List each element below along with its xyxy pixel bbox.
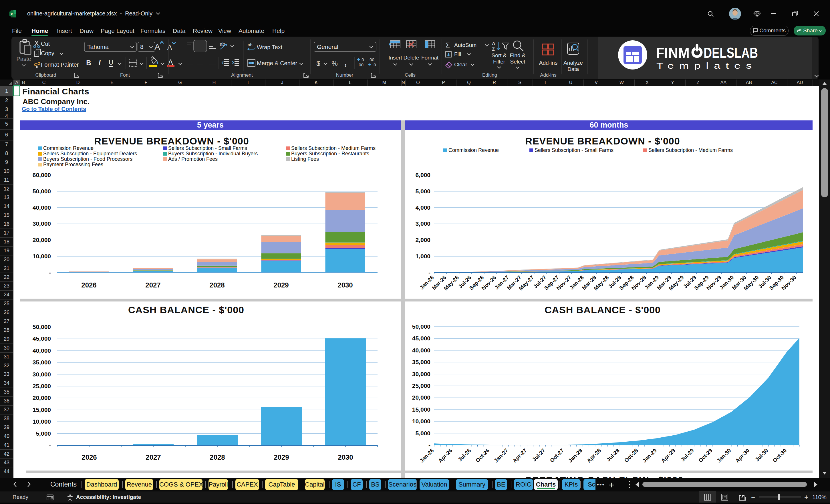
svg-text:60,000: 60,000 bbox=[33, 171, 51, 178]
svg-text:Payment Processing Fees: Payment Processing Fees bbox=[43, 162, 103, 167]
svg-text:2029: 2029 bbox=[274, 453, 289, 461]
svg-text:30,000: 30,000 bbox=[33, 371, 51, 378]
svg-text:Jan-28: Jan-28 bbox=[567, 447, 583, 464]
svg-text:AutoSum: AutoSum bbox=[454, 42, 477, 48]
svg-text:Oct-26: Oct-26 bbox=[475, 447, 491, 464]
svg-text:Clear: Clear bbox=[454, 62, 467, 67]
svg-text:General: General bbox=[317, 43, 338, 50]
svg-text:45,000: 45,000 bbox=[412, 335, 430, 342]
svg-text:45,000: 45,000 bbox=[33, 335, 51, 342]
svg-text:Editing: Editing bbox=[482, 72, 497, 78]
svg-text:Z: Z bbox=[492, 47, 495, 52]
svg-text:10,000: 10,000 bbox=[33, 418, 51, 425]
svg-text:20,000: 20,000 bbox=[33, 395, 51, 401]
svg-text:35,000: 35,000 bbox=[33, 359, 51, 366]
svg-text:Jul-28: Jul-28 bbox=[605, 447, 620, 463]
svg-text:Jul-27: Jul-27 bbox=[531, 447, 547, 463]
svg-text:Buyers Subscription - Food Pro: Buyers Subscription - Food Processors bbox=[43, 156, 132, 162]
svg-text:Apr-28: Apr-28 bbox=[586, 447, 602, 464]
svg-text:8: 8 bbox=[140, 43, 143, 50]
svg-text:Listing Fees: Listing Fees bbox=[291, 156, 319, 162]
svg-text:x: x bbox=[10, 12, 13, 16]
svg-text:Delete: Delete bbox=[404, 55, 419, 61]
svg-text:Filter: Filter bbox=[493, 59, 505, 65]
svg-text:Jul-30: Jul-30 bbox=[754, 447, 769, 463]
svg-text:Jul-26: Jul-26 bbox=[457, 447, 472, 463]
svg-text:.0: .0 bbox=[360, 57, 364, 62]
svg-text:2030: 2030 bbox=[338, 453, 353, 461]
svg-text:Analyze: Analyze bbox=[564, 60, 583, 66]
svg-text:Oct-29: Oct-29 bbox=[697, 447, 713, 464]
svg-text:50,000: 50,000 bbox=[412, 323, 430, 330]
svg-text:2026: 2026 bbox=[82, 453, 97, 461]
svg-text:4,000: 4,000 bbox=[415, 204, 430, 211]
svg-text:CASH BALANCE - $'000: CASH BALANCE - $'000 bbox=[545, 304, 661, 315]
svg-text:30,000: 30,000 bbox=[412, 371, 430, 377]
svg-text:40,000: 40,000 bbox=[412, 347, 430, 353]
svg-text:.00: .00 bbox=[357, 62, 363, 67]
svg-text:Commission Revenue: Commission Revenue bbox=[448, 147, 499, 153]
svg-text:40,000: 40,000 bbox=[33, 347, 51, 354]
svg-text:Jul-29: Jul-29 bbox=[679, 447, 695, 463]
svg-text:%: % bbox=[331, 60, 338, 67]
svg-text:Cells: Cells bbox=[405, 72, 416, 78]
svg-text:Select: Select bbox=[510, 59, 526, 65]
svg-text:20,000: 20,000 bbox=[412, 394, 430, 401]
svg-text:Sellers Subscription - Small F: Sellers Subscription - Small Farms bbox=[535, 147, 613, 153]
svg-text:Jan-30: Jan-30 bbox=[715, 447, 732, 464]
svg-text:Font: Font bbox=[120, 72, 130, 78]
svg-text:,: , bbox=[344, 56, 347, 67]
svg-text:2027: 2027 bbox=[146, 453, 161, 461]
svg-text:Oct-30: Oct-30 bbox=[772, 447, 788, 464]
svg-text:Σ: Σ bbox=[446, 41, 450, 49]
svg-text:5,000: 5,000 bbox=[415, 188, 430, 194]
svg-text:Ads / Promotion Fees: Ads / Promotion Fees bbox=[168, 156, 218, 162]
svg-text:A: A bbox=[492, 41, 496, 46]
svg-text:Sellers Subscription - Equipme: Sellers Subscription - Equipment Dealers bbox=[43, 151, 137, 156]
svg-text:Jan-26: Jan-26 bbox=[418, 447, 435, 464]
svg-text:Buyers Subscription - Restaura: Buyers Subscription - Restaurants bbox=[291, 151, 369, 156]
svg-text:5,000: 5,000 bbox=[36, 430, 51, 437]
svg-text:Buyers Subscription - Individu: Buyers Subscription - Individual Buyers bbox=[168, 151, 258, 156]
svg-text:50,000: 50,000 bbox=[33, 188, 51, 194]
svg-text:25,000: 25,000 bbox=[412, 382, 430, 389]
svg-text:30,000: 30,000 bbox=[33, 220, 51, 227]
svg-text:Add-ins: Add-ins bbox=[540, 72, 556, 78]
svg-text:U: U bbox=[109, 59, 113, 66]
svg-text:Wrap Text: Wrap Text bbox=[257, 44, 283, 50]
svg-text:Oct-27: Oct-27 bbox=[549, 447, 565, 464]
svg-text:15,000: 15,000 bbox=[412, 406, 430, 413]
svg-text:CASH BALANCE - $'000: CASH BALANCE - $'000 bbox=[128, 304, 244, 315]
svg-text:.0: .0 bbox=[372, 62, 376, 67]
svg-text:Jan-27: Jan-27 bbox=[493, 447, 509, 464]
svg-text:A: A bbox=[154, 42, 160, 52]
svg-text:A: A bbox=[167, 43, 172, 51]
svg-text:-: - bbox=[49, 269, 51, 276]
svg-text:6,000: 6,000 bbox=[415, 171, 430, 178]
svg-text:Apr-30: Apr-30 bbox=[734, 447, 751, 464]
svg-text:Number: Number bbox=[336, 72, 353, 78]
svg-text:Sellers Subscription - Small F: Sellers Subscription - Small Farms bbox=[168, 145, 247, 151]
svg-text:3,000: 3,000 bbox=[415, 220, 430, 227]
svg-text:ab: ab bbox=[248, 42, 253, 47]
svg-text:Format Painter: Format Painter bbox=[41, 62, 79, 68]
svg-text:Apr-26: Apr-26 bbox=[437, 447, 453, 464]
svg-text:40,000: 40,000 bbox=[33, 204, 51, 211]
svg-text:I: I bbox=[99, 59, 101, 67]
svg-text:Format: Format bbox=[421, 55, 439, 61]
svg-text:Fill: Fill bbox=[454, 51, 461, 57]
svg-text:Cut: Cut bbox=[41, 41, 50, 47]
svg-text:25,000: 25,000 bbox=[33, 383, 51, 389]
svg-text:REVENUE BREAKDOWN - $'000: REVENUE BREAKDOWN - $'000 bbox=[94, 135, 249, 147]
svg-text:Sort &: Sort & bbox=[492, 52, 507, 58]
svg-text:$: $ bbox=[316, 60, 320, 67]
svg-text:10,000: 10,000 bbox=[412, 418, 430, 424]
svg-text:Commission Revenue: Commission Revenue bbox=[43, 145, 94, 151]
svg-text:Merge & Center: Merge & Center bbox=[257, 60, 297, 66]
svg-text:Add-ins: Add-ins bbox=[539, 60, 557, 66]
svg-text:Apr-27: Apr-27 bbox=[511, 447, 528, 464]
svg-text:2028: 2028 bbox=[210, 453, 225, 461]
svg-text:50,000: 50,000 bbox=[33, 323, 51, 330]
svg-text:2027: 2027 bbox=[145, 281, 160, 289]
svg-text:Tahoma: Tahoma bbox=[87, 43, 109, 50]
